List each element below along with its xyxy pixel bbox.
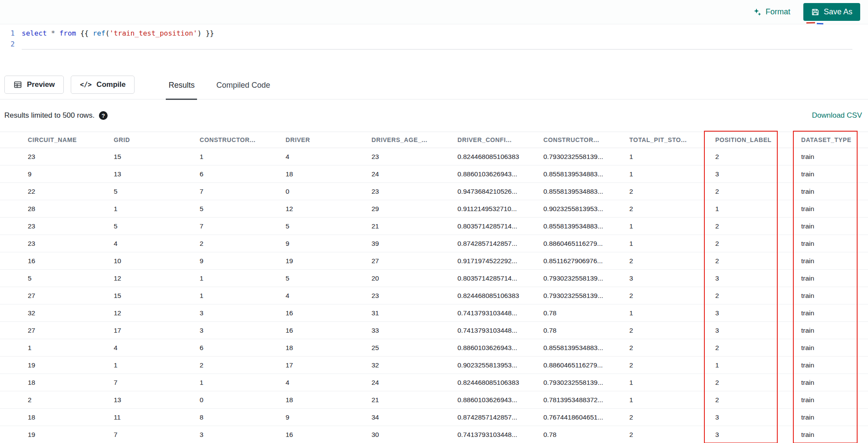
table-cell: 2 bbox=[200, 361, 286, 369]
table-cell: 12 bbox=[286, 205, 372, 213]
table-cell: 0.8558139534883... bbox=[543, 188, 629, 195]
column-header[interactable]: GRID bbox=[114, 136, 200, 143]
table-row[interactable]: 1610919270.9171974522292...0.85116279069… bbox=[0, 252, 868, 270]
table-row[interactable]: 181189340.8742857142857...0.767441860465… bbox=[0, 409, 868, 426]
results-panel-toolbar: Preview </> Compile ResultsCompiled Code bbox=[0, 70, 868, 99]
format-button[interactable]: Format bbox=[753, 7, 790, 17]
table-cell: 4 bbox=[286, 292, 372, 300]
results-info-bar: Results limited to 500 rows. ? Download … bbox=[0, 99, 868, 132]
column-header[interactable]: DRIVER_CONFI... bbox=[457, 136, 543, 143]
table-cell: 16 bbox=[28, 257, 114, 265]
table-row[interactable]: 191217320.9023255813953...0.886046511627… bbox=[0, 357, 868, 374]
table-cell: 6 bbox=[200, 170, 286, 178]
table-row[interactable]: 51215200.8035714285714...0.7930232558139… bbox=[0, 270, 868, 287]
table-cell: 7 bbox=[200, 188, 286, 195]
table-cell: 0.7930232558139... bbox=[543, 379, 629, 387]
code-line[interactable]: select * from {{ ref('train_test_positio… bbox=[22, 28, 852, 39]
table-cell: train bbox=[801, 292, 864, 300]
sql-editor[interactable]: 1select * from {{ ref('train_test_positi… bbox=[0, 24, 868, 70]
table-cell: 0 bbox=[286, 188, 372, 195]
table-cell: 21 bbox=[372, 222, 457, 230]
tab-results[interactable]: Results bbox=[166, 70, 197, 100]
save-as-label: Save As bbox=[824, 7, 852, 17]
tab-compiled-code[interactable]: Compiled Code bbox=[214, 70, 273, 100]
question-mark-icon[interactable]: ? bbox=[99, 111, 108, 120]
table-cell: 31 bbox=[372, 309, 457, 317]
table-cell: 0.8742857142857... bbox=[457, 413, 543, 421]
table-row[interactable]: 213018210.8860103626943...0.781395348837… bbox=[0, 391, 868, 409]
table-row[interactable]: 2717316330.7413793103448...0.7823train bbox=[0, 322, 868, 339]
table-cell: train bbox=[801, 327, 864, 334]
table-cell: 0.8558139534883... bbox=[543, 170, 629, 178]
table-cell: 11 bbox=[114, 413, 200, 421]
table-row[interactable]: 23575210.8035714285714...0.8558139534883… bbox=[0, 218, 868, 235]
table-cell: 20 bbox=[372, 274, 457, 282]
table-row[interactable]: 18714240.8244680851063830.7930232558139.… bbox=[0, 374, 868, 391]
table-cell: 23 bbox=[372, 153, 457, 161]
editor-line[interactable]: 2 bbox=[0, 39, 868, 50]
table-cell: train bbox=[801, 188, 864, 195]
table-cell: 3 bbox=[200, 327, 286, 334]
table-row[interactable]: 913618240.8860103626943...0.855813953488… bbox=[0, 165, 868, 183]
table-row[interactable]: 14618250.8860103626943...0.8558139534883… bbox=[0, 339, 868, 357]
table-cell: 0.8035714285714... bbox=[457, 274, 543, 282]
table-cell: 0.8742857142857... bbox=[457, 240, 543, 248]
download-csv-link[interactable]: Download CSV bbox=[812, 111, 862, 120]
table-row[interactable]: 197316300.7413793103448...0.7823train bbox=[0, 426, 868, 443]
table-cell: 5 bbox=[286, 274, 372, 282]
table-cell: 0.7413793103448... bbox=[457, 327, 543, 334]
table-cell: 5 bbox=[200, 205, 286, 213]
table-cell: 30 bbox=[372, 431, 457, 439]
save-as-button[interactable]: Save As bbox=[803, 3, 860, 21]
table-cell: 0.7674418604651... bbox=[543, 413, 629, 421]
table-cell: 18 bbox=[286, 170, 372, 178]
table-cell: 0.78 bbox=[543, 431, 629, 439]
table-cell: 23 bbox=[372, 292, 457, 300]
table-cell: 0.78 bbox=[543, 309, 629, 317]
column-header[interactable]: CONSTRUCTOR... bbox=[200, 136, 286, 143]
table-cell: 19 bbox=[28, 431, 114, 439]
table-row[interactable]: 271514230.8244680851063830.7930232558139… bbox=[0, 287, 868, 304]
table-cell: 3 bbox=[200, 309, 286, 317]
table-cell: 0 bbox=[200, 396, 286, 404]
table-cell: 0.8860465116279... bbox=[543, 361, 629, 369]
table-cell: 4 bbox=[114, 344, 200, 352]
topbar: Format Save As bbox=[0, 0, 868, 24]
table-row[interactable]: 23429390.8742857142857...0.8860465116279… bbox=[0, 235, 868, 252]
red-mark bbox=[806, 22, 815, 24]
table-cell: 23 bbox=[372, 188, 457, 195]
column-header[interactable]: POSITION_LABEL bbox=[715, 136, 801, 143]
annotation-artifact bbox=[806, 22, 823, 24]
table-cell: train bbox=[801, 153, 864, 161]
table-cell: 9 bbox=[28, 170, 114, 178]
preview-label: Preview bbox=[27, 80, 55, 89]
table-cell: 2 bbox=[629, 361, 715, 369]
preview-button[interactable]: Preview bbox=[4, 76, 64, 94]
table-cell: train bbox=[801, 361, 864, 369]
table-cell: 7 bbox=[200, 222, 286, 230]
table-row[interactable]: 22570230.9473684210526...0.8558139534883… bbox=[0, 183, 868, 200]
column-header[interactable]: DATASET_TYPE bbox=[801, 136, 864, 143]
column-header[interactable]: DRIVERS_AGE_... bbox=[372, 136, 457, 143]
compile-label: Compile bbox=[96, 80, 125, 89]
table-cell: 0.9023255813953... bbox=[457, 361, 543, 369]
table-cell: 18 bbox=[286, 396, 372, 404]
column-header[interactable]: TOTAL_PIT_STO... bbox=[629, 136, 715, 143]
table-cell: 18 bbox=[286, 344, 372, 352]
code-token: {{ bbox=[76, 29, 93, 37]
table-cell: 19 bbox=[28, 361, 114, 369]
compile-button[interactable]: </> Compile bbox=[71, 76, 135, 94]
table-cell: 0.824468085106383 bbox=[457, 292, 543, 300]
table-row[interactable]: 231514230.8244680851063830.7930232558139… bbox=[0, 148, 868, 165]
code-line[interactable] bbox=[22, 39, 852, 50]
column-header[interactable]: CONSTRUCTOR... bbox=[543, 136, 629, 143]
table-cell: 1 bbox=[28, 344, 114, 352]
table-cell: 8 bbox=[200, 413, 286, 421]
table-row[interactable]: 281512290.9112149532710...0.902325581395… bbox=[0, 200, 868, 218]
table-cell: 1 bbox=[715, 205, 801, 213]
editor-line[interactable]: 1select * from {{ ref('train_test_positi… bbox=[0, 28, 868, 39]
column-header[interactable]: DRIVER bbox=[286, 136, 372, 143]
column-header[interactable]: CIRCUIT_NAME bbox=[28, 136, 114, 143]
table-cell: 2 bbox=[715, 396, 801, 404]
table-row[interactable]: 3212316310.7413793103448...0.7813train bbox=[0, 304, 868, 322]
